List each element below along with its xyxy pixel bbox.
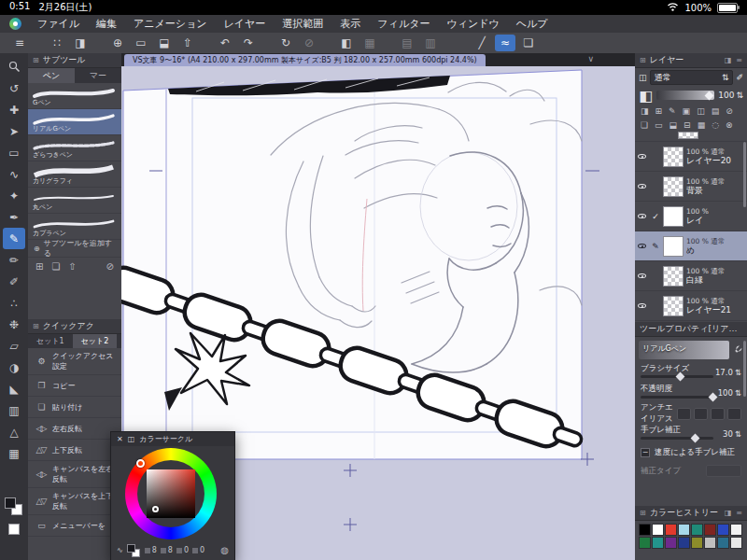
- main-color-chip[interactable]: [5, 497, 16, 509]
- layers-panel-menu-icon[interactable]: ≡: [736, 56, 742, 64]
- color-swatch[interactable]: [717, 524, 729, 536]
- quick-access-settings[interactable]: ⚙ クイックアクセス設定: [28, 348, 121, 375]
- menu-filter[interactable]: フィルター: [369, 17, 438, 31]
- visibility-eye-icon[interactable]: [638, 241, 648, 251]
- popup-color-chips[interactable]: [127, 544, 141, 557]
- frame-border-tool[interactable]: ▦: [3, 442, 25, 464]
- tab-marker[interactable]: マー: [75, 68, 121, 83]
- menu-edit[interactable]: 編集: [88, 17, 125, 31]
- main-sub-color-chips[interactable]: [5, 497, 23, 516]
- new-canvas-button[interactable]: ⊕: [107, 35, 128, 51]
- color-swatch[interactable]: [730, 524, 742, 536]
- eraser-tool[interactable]: ▱: [3, 335, 25, 357]
- menu-file[interactable]: ファイル: [29, 17, 88, 31]
- tab-list-chevron-icon[interactable]: ∨: [587, 54, 594, 63]
- flip-horizontal-command[interactable]: ◁▷ 左右反転: [28, 418, 121, 440]
- mask-icon[interactable]: ▤: [712, 106, 720, 116]
- visibility-eye-icon[interactable]: [638, 211, 648, 221]
- layer-row-selected[interactable]: ✎ 100 % 通常め: [635, 231, 747, 261]
- blend-mode-select[interactable]: 通常 ⇅: [650, 70, 734, 85]
- new-subtool-icon[interactable]: ⊞: [35, 261, 43, 272]
- color-swatch[interactable]: [665, 537, 677, 549]
- marquee-select-tool[interactable]: ▭: [3, 142, 25, 163]
- pencil-tool[interactable]: ✏: [3, 249, 25, 271]
- flip-canvas-horizontal-command[interactable]: ◁▷ キャンバスを左右反転: [28, 461, 121, 488]
- layer-row[interactable]: ✓ 100 %レイ: [635, 202, 747, 231]
- delete-subtool-icon[interactable]: ⊘: [106, 261, 114, 272]
- fill-tool[interactable]: ◣: [3, 378, 25, 399]
- set-draft-icon[interactable]: ⊞: [655, 106, 663, 116]
- clip-studio-paint-logo-icon[interactable]: [9, 18, 21, 30]
- menu-animation[interactable]: アニメーション: [125, 17, 216, 31]
- save-button[interactable]: ⬓: [154, 35, 175, 51]
- stepper-icon[interactable]: ⇅: [735, 368, 741, 377]
- rotate-view-tool[interactable]: ↺: [3, 77, 25, 99]
- subtool-round-pen[interactable]: 丸ペン: [28, 188, 121, 214]
- subtool-g-pen[interactable]: Gペン: [28, 83, 121, 109]
- layer-brush-icon[interactable]: ✐: [736, 73, 743, 82]
- color-swatch[interactable]: [652, 537, 664, 549]
- edit-layer-icon[interactable]: ✎: [669, 106, 676, 116]
- figure-tool[interactable]: △: [3, 421, 25, 442]
- flip-vertical-command[interactable]: △▽ 上下反転: [28, 440, 121, 461]
- color-history-option-icon[interactable]: ◨: [725, 509, 732, 517]
- new-folder-icon[interactable]: ▭: [655, 120, 663, 130]
- visibility-eye-icon[interactable]: [638, 151, 648, 161]
- tone-layer-icon[interactable]: ▦: [698, 120, 706, 130]
- rotate-reset-button[interactable]: ↻: [275, 35, 296, 51]
- color-swatch[interactable]: [691, 537, 703, 549]
- close-icon[interactable]: ✕: [117, 435, 123, 443]
- antialias-strong-button[interactable]: [727, 408, 741, 420]
- delete-layer-icon[interactable]: ⊗: [726, 120, 733, 130]
- auto-select-tool[interactable]: ✦: [3, 185, 25, 206]
- layer-row[interactable]: 100 % 通常背景: [635, 172, 747, 202]
- object-tool[interactable]: ➤: [3, 120, 25, 142]
- layer-row[interactable]: 100 % 通常レイヤー20: [635, 142, 747, 172]
- airbrush-tool[interactable]: ∴: [3, 292, 25, 314]
- fill-command-button[interactable]: ◧: [336, 35, 357, 51]
- main-menu-button[interactable]: ≡: [9, 35, 30, 51]
- move-tool[interactable]: ✚: [3, 99, 25, 120]
- menu-layer[interactable]: レイヤー: [216, 17, 275, 31]
- tab-pen[interactable]: ペン: [28, 68, 75, 83]
- tool-property-scrollbar[interactable]: [743, 341, 746, 397]
- brush-size-slider[interactable]: [641, 375, 713, 378]
- transfer-layer-icon[interactable]: ⬓: [669, 120, 678, 130]
- color-mix-icon[interactable]: ◍: [220, 545, 229, 555]
- decoration-tool[interactable]: ❉: [3, 314, 25, 335]
- color-swatch[interactable]: [639, 524, 651, 536]
- brush-tool[interactable]: ✐: [3, 271, 25, 292]
- sv-indicator[interactable]: [152, 506, 159, 512]
- subtool-folder-icon[interactable]: ❏: [51, 261, 60, 272]
- redo-button[interactable]: ↷: [238, 35, 259, 51]
- antialias-weak-button[interactable]: [694, 408, 708, 420]
- material-panel-button[interactable]: ❏: [518, 35, 539, 51]
- curve-tool-button[interactable]: ≈: [495, 35, 515, 51]
- menu-selection[interactable]: 選択範囲: [274, 17, 331, 31]
- hue-indicator[interactable]: [136, 459, 145, 468]
- color-swatch[interactable]: [652, 524, 664, 536]
- color-swatch[interactable]: [691, 524, 703, 536]
- color-swatch[interactable]: [639, 537, 651, 549]
- action-icon[interactable]: ◌: [712, 120, 719, 130]
- layer-row-partial[interactable]: [635, 132, 747, 142]
- color-history-menu-icon[interactable]: ≡: [736, 509, 742, 517]
- tab-set-2[interactable]: セット2: [73, 334, 118, 348]
- correction-type-select[interactable]: [706, 465, 741, 477]
- deselect-button[interactable]: ⊘: [299, 35, 319, 51]
- menu-window[interactable]: ウィンドウ: [438, 17, 507, 31]
- merge-down-icon[interactable]: ⊟: [684, 120, 691, 130]
- ruler-icon[interactable]: ⊘: [726, 106, 733, 116]
- transparent-color-chip[interactable]: [8, 524, 20, 535]
- line-tool-button[interactable]: ╱: [472, 35, 492, 51]
- menu-help[interactable]: ヘルプ: [508, 17, 557, 31]
- paste-command[interactable]: ❏ 貼り付け: [28, 397, 121, 418]
- wrench-icon[interactable]: [732, 344, 743, 356]
- stepper-icon[interactable]: ⇅: [735, 429, 741, 439]
- lock-layer-icon[interactable]: ▣: [683, 106, 691, 116]
- subtool-calligraphy[interactable]: カリグラフィ: [28, 161, 121, 188]
- snap-grid-button[interactable]: ▥: [420, 35, 441, 51]
- collapse-icon[interactable]: ◫: [128, 435, 135, 443]
- subtool-real-g-pen[interactable]: リアルGペン: [28, 109, 121, 135]
- color-swatch[interactable]: [704, 537, 716, 549]
